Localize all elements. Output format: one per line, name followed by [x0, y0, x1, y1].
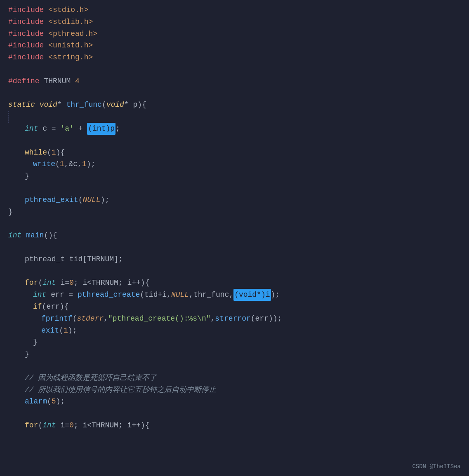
line-15: } [0, 170, 469, 182]
highlight-int-cast: (int)p [87, 123, 115, 135]
line-29: } [0, 336, 469, 348]
line-36: for(int i=0; i<THRNUM; i++){ [0, 420, 469, 431]
line-24: for(int i=0; i<THRNUM; i++){ [0, 277, 469, 289]
line-32: // 因为线程函数是死循环自己结束不了 [0, 372, 469, 384]
line-5: #include <string.h> [0, 52, 469, 63]
line-16 [0, 182, 469, 194]
line-23 [0, 265, 469, 277]
line-33: // 所以我们使用信号的内容让它五秒钟之后自动中断停止 [0, 384, 469, 396]
line-13: while(1){ [0, 147, 469, 159]
line-27: fprintf(stderr,"pthread_create():%s\n",s… [0, 313, 469, 325]
line-25: int err = pthread_create(tid+i,NULL,thr_… [0, 289, 469, 301]
line-35 [0, 408, 469, 420]
line-22: pthread_t tid[THRNUM]; [0, 253, 469, 265]
line-17: pthread_exit(NULL); [0, 194, 469, 206]
line-14: write(1,&c,1); [0, 158, 469, 170]
line-7: #define THRNUM 4 [0, 75, 469, 87]
keyword-include: #include [8, 4, 44, 16]
code-editor: #include <stdio.h> #include <stdlib.h> #… [0, 0, 469, 436]
line-28: exit(1); [0, 325, 469, 337]
line-30: } [0, 348, 469, 360]
line-11: int c = 'a' + (int)p; [0, 123, 469, 135]
line-12 [0, 135, 469, 147]
line-19 [0, 218, 469, 230]
line-1: #include <stdio.h> [0, 4, 469, 16]
watermark: CSDN @TheITSea [412, 462, 461, 471]
line-4: #include <unistd.h> [0, 40, 469, 52]
line-9: static void* thr_func(void* p){ [0, 99, 469, 111]
highlight-void-cast: (void*)i [233, 289, 271, 301]
line-2: #include <stdlib.h> [0, 16, 469, 28]
line-8 [0, 87, 469, 99]
line-3: #include <pthread.h> [0, 28, 469, 40]
line-21 [0, 242, 469, 253]
line-6 [0, 63, 469, 75]
line-31 [0, 360, 469, 372]
line-34: alarm(5); [0, 396, 469, 408]
line-10 [0, 111, 469, 123]
line-26: if(err){ [0, 301, 469, 313]
line-18: } [0, 206, 469, 218]
line-20: int main(){ [0, 230, 469, 242]
